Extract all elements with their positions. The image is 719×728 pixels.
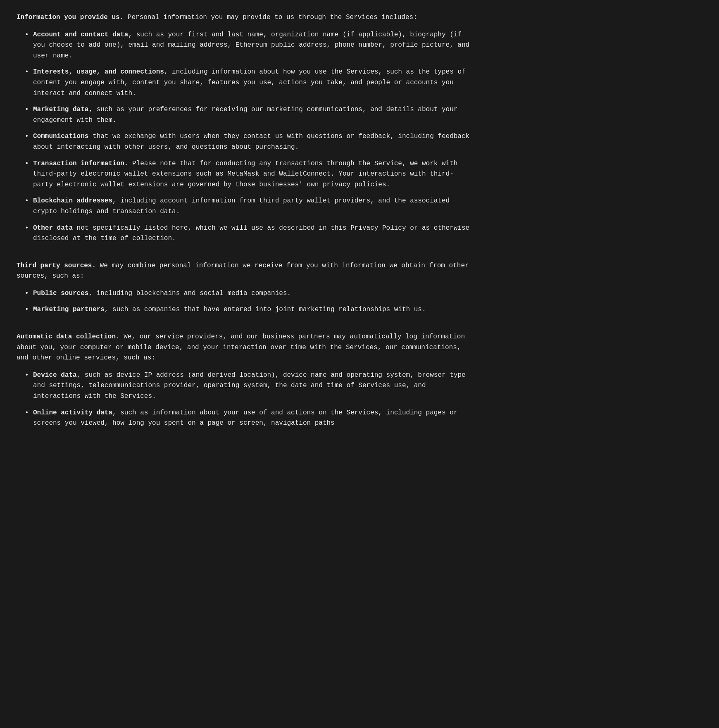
section-info-you-provide-list: Account and contact data, such as your f… xyxy=(17,30,471,244)
list-item: Transaction information. Please note tha… xyxy=(25,159,471,190)
section-automatic-data-collection: Automatic data collection. We, our servi… xyxy=(17,332,471,429)
list-item: Account and contact data, such as your f… xyxy=(25,30,471,62)
list-item: Interests, usage, and connections, inclu… xyxy=(25,67,471,99)
section-info-you-provide-intro-rest: Personal information you may provide to … xyxy=(124,14,417,21)
list-item-bold: Device data xyxy=(33,371,77,379)
list-item-bold: Marketing partners xyxy=(33,306,105,313)
section-third-party-sources-intro: Third party sources. We may combine pers… xyxy=(17,261,471,282)
list-item-bold: Online activity data xyxy=(33,409,112,416)
list-item-text: that we exchange with users when they co… xyxy=(33,133,469,151)
list-item-bold: Interests, usage, and connections xyxy=(33,68,164,76)
section-automatic-data-collection-intro: Automatic data collection. We, our servi… xyxy=(17,332,471,364)
list-item-bold: Account and contact data, xyxy=(33,31,132,38)
list-item-text: , such as device IP address (and derived… xyxy=(33,371,466,400)
list-item-text: , such as companies that have entered in… xyxy=(105,306,426,313)
section-automatic-data-collection-list: Device data, such as device IP address (… xyxy=(17,370,471,429)
list-item-bold: Public sources xyxy=(33,290,88,297)
section-info-you-provide: Information you provide us. Personal inf… xyxy=(17,12,471,244)
list-item-text: not specifically listed here, which we w… xyxy=(33,224,469,243)
list-item: Online activity data, such as informatio… xyxy=(25,408,471,429)
list-item: Marketing partners, such as companies th… xyxy=(25,305,471,315)
list-item-bold: Transaction information. xyxy=(33,160,128,167)
list-item-bold: Communications xyxy=(33,133,88,140)
list-item-bold: Other data xyxy=(33,224,73,232)
section-automatic-data-collection-intro-bold: Automatic data collection. xyxy=(17,333,120,340)
list-item: Public sources, including blockchains an… xyxy=(25,288,471,299)
list-item: Marketing data, such as your preferences… xyxy=(25,105,471,126)
list-item-text: such as your preferences for receiving o… xyxy=(33,106,457,124)
list-item: Blockchain addresses, including account … xyxy=(25,196,471,217)
section-third-party-sources-list: Public sources, including blockchains an… xyxy=(17,288,471,315)
list-item-bold: Marketing data, xyxy=(33,106,93,113)
list-item-text: , including blockchains and social media… xyxy=(88,290,291,297)
list-item: Device data, such as device IP address (… xyxy=(25,370,471,402)
section-third-party-sources-intro-bold: Third party sources. xyxy=(17,262,96,269)
list-item: Other data not specifically listed here,… xyxy=(25,223,471,244)
section-third-party-sources: Third party sources. We may combine pers… xyxy=(17,261,471,315)
section-info-you-provide-intro-bold: Information you provide us. xyxy=(17,14,124,21)
main-content: Information you provide us. Personal inf… xyxy=(17,12,471,429)
list-item: Communications that we exchange with use… xyxy=(25,131,471,152)
section-info-you-provide-intro: Information you provide us. Personal inf… xyxy=(17,12,471,23)
list-item-bold: Blockchain addresses xyxy=(33,197,112,205)
